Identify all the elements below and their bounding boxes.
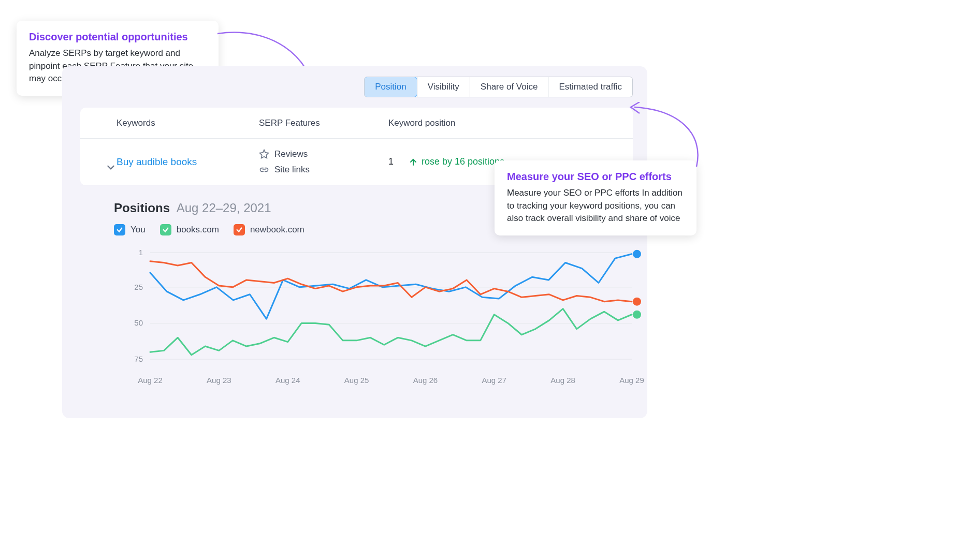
table-header-row: Keywords SERP Features Keyword position bbox=[80, 108, 633, 139]
svg-text:Aug 26: Aug 26 bbox=[413, 376, 438, 385]
legend-item-newbook[interactable]: newbook.com bbox=[234, 224, 304, 235]
col-keywords: Keywords bbox=[80, 118, 259, 128]
star-icon bbox=[259, 149, 269, 159]
chart-title-text: Positions bbox=[114, 201, 170, 215]
tab-strip: Position Visibility Share of Voice Estim… bbox=[364, 77, 633, 97]
position-change-text: rose by 16 positions bbox=[422, 156, 504, 167]
col-position: Keyword position bbox=[383, 118, 633, 128]
svg-text:Aug 25: Aug 25 bbox=[344, 376, 369, 385]
svg-text:Aug 22: Aug 22 bbox=[138, 376, 163, 385]
serp-features-cell: Reviews Site links bbox=[259, 146, 383, 178]
checkbox-icon bbox=[114, 224, 125, 235]
feature-reviews: Reviews bbox=[259, 146, 383, 162]
callout-title: Measure your SEO or PPC efforts bbox=[507, 171, 684, 183]
chart-title: Positions Aug 22–29, 2021 bbox=[114, 201, 271, 215]
arrow-up-icon bbox=[409, 158, 417, 166]
tab-traffic[interactable]: Estimated traffic bbox=[548, 77, 632, 97]
callout-body: Measure your SEO or PPC efforts In addit… bbox=[507, 187, 684, 225]
tab-position[interactable]: Position bbox=[364, 77, 417, 97]
feature-label: Site links bbox=[274, 162, 310, 178]
link-icon bbox=[259, 165, 269, 175]
legend-label: You bbox=[130, 225, 146, 235]
svg-point-18 bbox=[633, 298, 641, 306]
svg-text:25: 25 bbox=[134, 283, 143, 291]
svg-text:Aug 23: Aug 23 bbox=[207, 376, 231, 385]
svg-text:Aug 29: Aug 29 bbox=[619, 376, 644, 385]
feature-sitelinks: Site links bbox=[259, 162, 383, 178]
chart-legend: You books.com newbook.com bbox=[114, 224, 304, 235]
legend-label: newbook.com bbox=[250, 225, 304, 235]
tab-share[interactable]: Share of Voice bbox=[470, 77, 548, 97]
main-panel: Position Visibility Share of Voice Estim… bbox=[62, 66, 647, 418]
svg-text:Aug 24: Aug 24 bbox=[275, 376, 300, 385]
svg-text:Aug 28: Aug 28 bbox=[550, 376, 575, 385]
legend-item-you[interactable]: You bbox=[114, 224, 146, 235]
col-serp-features: SERP Features bbox=[259, 118, 383, 128]
callout-title: Discover potential opportunities bbox=[29, 31, 206, 43]
chart-svg: 1255075Aug 22Aug 23Aug 24Aug 25Aug 26Aug… bbox=[114, 247, 647, 392]
keyword-link[interactable]: Buy audible books bbox=[117, 156, 197, 167]
legend-label: books.com bbox=[177, 225, 219, 235]
svg-text:75: 75 bbox=[134, 355, 143, 363]
position-change: rose by 16 positions bbox=[409, 156, 504, 167]
svg-point-16 bbox=[633, 250, 641, 258]
svg-text:1: 1 bbox=[139, 248, 143, 257]
legend-item-books[interactable]: books.com bbox=[160, 224, 219, 235]
svg-point-17 bbox=[633, 311, 641, 319]
svg-text:Aug 27: Aug 27 bbox=[482, 376, 507, 385]
checkbox-icon bbox=[234, 224, 245, 235]
svg-text:50: 50 bbox=[134, 318, 143, 327]
feature-label: Reviews bbox=[274, 146, 308, 162]
checkbox-icon bbox=[160, 224, 171, 235]
callout-measure: Measure your SEO or PPC efforts Measure … bbox=[495, 160, 696, 235]
expand-chevron-icon[interactable] bbox=[106, 163, 115, 172]
position-value: 1 bbox=[388, 156, 394, 167]
positions-chart: 1255075Aug 22Aug 23Aug 24Aug 25Aug 26Aug… bbox=[114, 247, 647, 392]
chart-title-range: Aug 22–29, 2021 bbox=[177, 201, 271, 215]
tab-visibility[interactable]: Visibility bbox=[417, 77, 470, 97]
